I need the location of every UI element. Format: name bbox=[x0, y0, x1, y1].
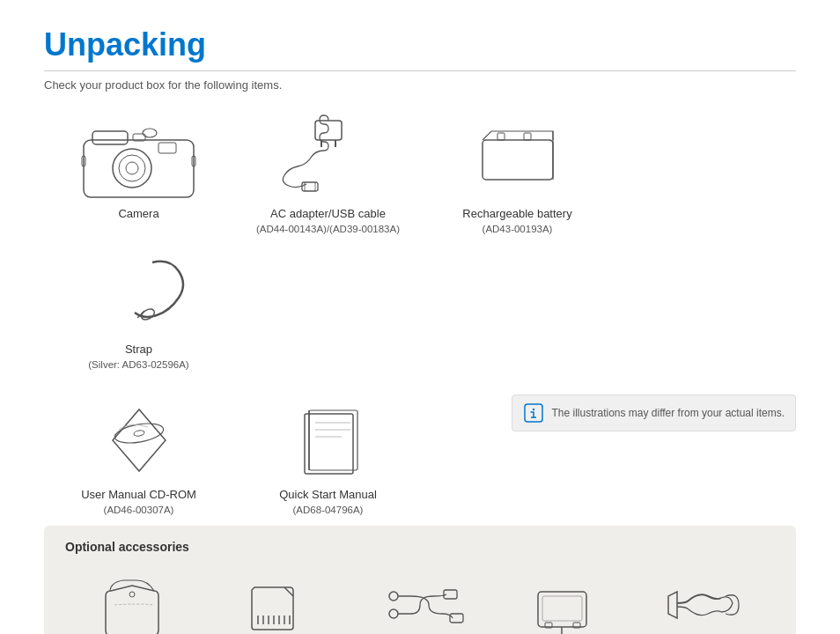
note-area: The illustrations may differ from your a… bbox=[512, 390, 796, 431]
battery-image bbox=[452, 109, 584, 206]
item-strap: Strap (Silver: AD63-02596A) bbox=[44, 245, 233, 372]
optional-hdmi-cable: HDMI cable (AD39-00179A) bbox=[633, 568, 775, 634]
quickstart-label: Quick Start Manual (AD68-04796A) bbox=[279, 487, 377, 517]
battery-charger-image bbox=[505, 568, 619, 634]
subtitle: Check your product box for the following… bbox=[44, 78, 796, 92]
items-row1: Camera AC bbox=[44, 109, 796, 372]
cd-image bbox=[73, 390, 205, 487]
page-title: Unpacking bbox=[44, 26, 796, 71]
items-row2: User Manual CD-ROM (AD46-00307A) bbox=[44, 390, 796, 517]
svg-point-34 bbox=[129, 592, 135, 597]
ac-adapter-label: AC adapter/USB cable (AD44-00143A)/(AD39… bbox=[256, 206, 400, 236]
item-ac-adapter: AC adapter/USB cable (AD44-00143A)/(AD39… bbox=[233, 109, 423, 236]
svg-rect-48 bbox=[538, 592, 586, 627]
battery-label: Rechargeable battery (AD43-00193A) bbox=[462, 206, 571, 236]
note-box: The illustrations may differ from your a… bbox=[512, 394, 796, 431]
svg-rect-5 bbox=[158, 143, 176, 153]
svg-rect-20 bbox=[524, 133, 531, 140]
hdmi-cable-image bbox=[646, 568, 761, 634]
camera-image bbox=[73, 109, 205, 206]
strap-label: Strap (Silver: AD63-02596A) bbox=[88, 342, 188, 372]
strap-image bbox=[73, 245, 205, 342]
svg-point-24 bbox=[133, 430, 144, 437]
item-battery: Rechargeable battery (AD43-00193A) bbox=[423, 109, 612, 236]
row2-left: User Manual CD-ROM (AD46-00307A) bbox=[44, 390, 423, 517]
svg-rect-4 bbox=[92, 131, 128, 144]
svg-point-3 bbox=[126, 162, 138, 174]
quickstart-image bbox=[262, 390, 394, 487]
camera-case-image bbox=[79, 568, 194, 634]
note-text: The illustrations may differ from your a… bbox=[551, 407, 785, 419]
svg-point-23 bbox=[113, 420, 165, 446]
svg-point-6 bbox=[143, 129, 157, 137]
cd-label: User Manual CD-ROM (AD46-00307A) bbox=[81, 487, 196, 517]
camera-label: Camera bbox=[118, 206, 158, 222]
item-cd-rom: User Manual CD-ROM (AD46-00307A) bbox=[44, 390, 233, 517]
optional-items-row: Camera case bbox=[65, 568, 775, 634]
optional-section: Optional accessories bbox=[44, 526, 796, 634]
svg-point-42 bbox=[389, 592, 398, 601]
optional-title: Optional accessories bbox=[65, 540, 775, 554]
svg-point-44 bbox=[389, 609, 398, 618]
optional-memory-card: Memory card (microSD™) bbox=[207, 568, 349, 634]
svg-rect-19 bbox=[497, 133, 505, 140]
page: Unpacking Check your product box for the… bbox=[0, 0, 840, 634]
svg-rect-49 bbox=[542, 596, 582, 621]
optional-battery-charger: Battery charger (AD44-00164A) bbox=[491, 568, 633, 634]
svg-point-2 bbox=[119, 155, 145, 181]
ac-adapter-image bbox=[262, 109, 394, 206]
svg-rect-26 bbox=[309, 410, 357, 470]
svg-rect-47 bbox=[450, 614, 463, 623]
av-cable-image bbox=[363, 568, 477, 634]
svg-rect-0 bbox=[84, 140, 194, 197]
svg-point-21 bbox=[139, 307, 156, 322]
optional-camera-case: Camera case bbox=[65, 568, 207, 634]
svg-rect-16 bbox=[483, 140, 553, 180]
item-quick-start: Quick Start Manual (AD68-04796A) bbox=[233, 390, 423, 517]
info-icon bbox=[523, 402, 544, 424]
memory-card-image bbox=[221, 568, 335, 634]
svg-point-32 bbox=[533, 408, 534, 409]
optional-av-cable: A/V cable (AD39-00146A) bbox=[349, 568, 490, 634]
item-camera: Camera bbox=[44, 109, 233, 236]
